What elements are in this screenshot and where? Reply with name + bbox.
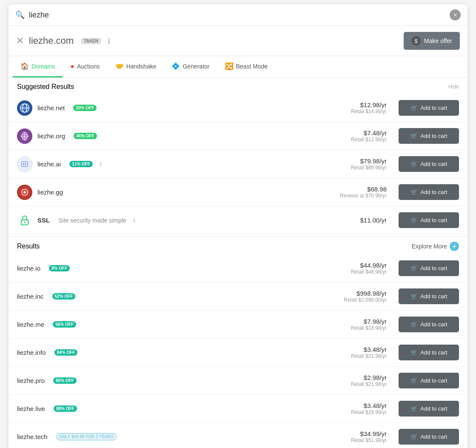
badge-net: 20% OFF: [73, 105, 97, 111]
add-label-inc: Add to cart: [421, 293, 447, 300]
ssl-row: SSL Site security made simple ℹ $11.00/y…: [9, 206, 467, 234]
add-to-cart-ssl[interactable]: 🛒 Add to cart: [399, 212, 459, 228]
price-main-pro: $2.98/yr: [327, 374, 387, 381]
svg-rect-6: [23, 163, 24, 165]
add-to-cart-io[interactable]: 🛒 Add to cart: [399, 260, 459, 276]
add-label-ssl: Add to cart: [421, 217, 447, 223]
price-block-inc: $998.98/yr Retail $2,098.00/yr: [327, 290, 387, 303]
cart-icon-net: 🛒: [410, 105, 417, 111]
add-label-gg: Add to cart: [421, 189, 447, 195]
price-retail-gg: Renews at $70.98/yr: [327, 193, 387, 199]
tld-icon-org: [17, 128, 32, 144]
domain-row-gg: liezhe.gg $68.98 Renews at $70.98/yr 🛒 A…: [9, 178, 467, 206]
handshake-icon: 🤝: [115, 62, 124, 70]
add-to-cart-tech[interactable]: 🛒 Add to cart: [399, 429, 459, 445]
add-to-cart-ai[interactable]: 🛒 Add to cart: [399, 156, 459, 172]
x-icon: ✕: [16, 35, 24, 46]
cart-icon-info: 🛒: [410, 349, 417, 356]
tab-domains-label: Domains: [31, 63, 55, 70]
add-to-cart-live[interactable]: 🛒 Add to cart: [399, 401, 459, 417]
price-block-tech: $34.99/yr Retail $51.98/yr: [327, 430, 387, 443]
price-main-inc: $998.98/yr: [327, 290, 387, 297]
add-to-cart-net[interactable]: 🛒 Add to cart: [399, 100, 459, 116]
ai-info-icon[interactable]: ℹ: [100, 161, 102, 168]
badge-me: 56% OFF: [53, 321, 76, 328]
tab-domains[interactable]: 🏠 Domains: [13, 56, 63, 77]
domain-status-row: ✕ liezhe.com TAKEN ℹ $ Make offer: [9, 26, 467, 56]
domain-text-ai: liezhe.ai: [37, 160, 61, 168]
domain-row-ai: liezhe.ai 11% OFF ℹ $79.98/yr Retail $89…: [9, 150, 467, 178]
price-retail-io: Retail $48.98/yr: [327, 269, 387, 275]
tab-beast-mode[interactable]: 🔀 Beast Mode: [217, 56, 276, 77]
domain-text-me: liezhe.me: [17, 321, 44, 328]
domain-text-io: liezhe.io: [17, 265, 40, 272]
make-offer-button[interactable]: $ Make offer: [404, 32, 460, 50]
suggested-label: Suggested Results: [17, 83, 74, 91]
add-label-pro: Add to cart: [421, 377, 447, 384]
domain-text-live: liezhe.live: [17, 405, 45, 412]
badge-info: 84% OFF: [54, 349, 78, 356]
results-header: Results Explore More +: [9, 237, 467, 254]
tab-generator-label: Generator: [182, 63, 209, 70]
domain-row-net: liezhe.net 20% OFF $12.98/yr Retail $14.…: [9, 94, 467, 122]
domain-row-io: liezhe.io 8% OFF $44.98/yr Retail $48.98…: [9, 254, 467, 282]
domain-text-net: liezhe.net: [37, 104, 65, 111]
badge-tech: ONLY $49.99 FOR 2 YEARS: [56, 433, 117, 440]
cart-icon-live: 🛒: [410, 405, 417, 412]
tab-auctions[interactable]: ● Auctions: [63, 56, 107, 77]
add-to-cart-inc[interactable]: 🛒 Add to cart: [399, 288, 459, 304]
add-to-cart-org[interactable]: 🛒 Add to cart: [399, 128, 459, 144]
domain-row-org: liezhe.org 46% OFF $7.48/yr Retail $12.9…: [9, 122, 467, 150]
tab-generator[interactable]: 💠 Generator: [164, 56, 217, 77]
svg-point-9: [23, 191, 26, 194]
price-main-org: $7.48/yr: [327, 129, 387, 137]
add-label-ai: Add to cart: [421, 161, 447, 167]
search-input[interactable]: [29, 11, 445, 20]
domain-text-inc: liezhe.inc: [17, 293, 44, 300]
ssl-info-icon[interactable]: ℹ: [133, 217, 135, 224]
domain-text-pro: liezhe.pro: [17, 377, 45, 384]
price-block-info: $3.48/yr Retail $21.98/yr: [327, 346, 387, 359]
domain-text-gg: liezhe.gg: [37, 188, 63, 196]
tab-handshake[interactable]: 🤝 Handshake: [108, 56, 164, 77]
price-main-me: $7.98/yr: [327, 318, 387, 325]
domain-info-icon[interactable]: ℹ: [108, 37, 110, 45]
add-to-cart-info[interactable]: 🛒 Add to cart: [399, 345, 459, 360]
price-block-pro: $2.98/yr Retail $21.98/yr: [327, 374, 387, 387]
price-retail-ai: Retail $89.98/yr: [327, 165, 387, 171]
svg-rect-5: [22, 162, 28, 166]
price-retail-me: Retail $18.98/yr: [327, 325, 387, 331]
add-to-cart-pro[interactable]: 🛒 Add to cart: [399, 373, 459, 388]
explore-more-btn[interactable]: Explore More +: [412, 242, 459, 251]
badge-inc: 52% OFF: [52, 293, 76, 300]
results-section: Results Explore More + liezhe.io 8% OFF …: [9, 237, 467, 448]
domains-icon: 🏠: [20, 62, 29, 70]
price-retail-pro: Retail $21.98/yr: [327, 381, 387, 387]
hide-link[interactable]: Hide: [448, 84, 459, 90]
make-offer-label: Make offer: [424, 37, 452, 44]
domain-row-pro: liezhe.pro 86% OFF $2.98/yr Retail $21.9…: [9, 367, 467, 395]
domain-name: liezhe.com: [29, 35, 74, 46]
generator-icon: 💠: [171, 62, 180, 70]
main-container: 🔍 × ✕ liezhe.com TAKEN ℹ $ Make offer 🏠 …: [9, 4, 467, 448]
price-block-org: $7.48/yr Retail $12.98/yr: [327, 129, 387, 143]
clear-icon[interactable]: ×: [450, 9, 461, 20]
beast-mode-icon: 🔀: [225, 62, 234, 70]
price-block-io: $44.98/yr Retail $48.98/yr: [327, 262, 387, 275]
domain-row-tech: liezhe.tech ONLY $49.99 FOR 2 YEARS $34.…: [9, 423, 467, 448]
price-retail-org: Retail $12.98/yr: [327, 137, 387, 143]
tld-icon-net: [17, 100, 32, 116]
svg-rect-7: [25, 163, 26, 165]
price-block-live: $3.48/yr Retail $29.98/yr: [327, 402, 387, 415]
svg-point-11: [24, 221, 26, 223]
cart-icon-me: 🛒: [410, 321, 417, 328]
add-to-cart-me[interactable]: 🛒 Add to cart: [399, 317, 459, 332]
price-retail-inc: Retail $2,098.00/yr: [327, 297, 387, 303]
add-to-cart-gg[interactable]: 🛒 Add to cart: [399, 184, 459, 200]
price-retail-tech: Retail $51.98/yr: [327, 437, 387, 443]
add-label-me: Add to cart: [421, 321, 447, 328]
add-label-tech: Add to cart: [421, 434, 447, 440]
auctions-icon: ●: [70, 63, 74, 70]
cart-icon-io: 🛒: [410, 265, 417, 271]
explore-more-label: Explore More: [412, 243, 447, 250]
